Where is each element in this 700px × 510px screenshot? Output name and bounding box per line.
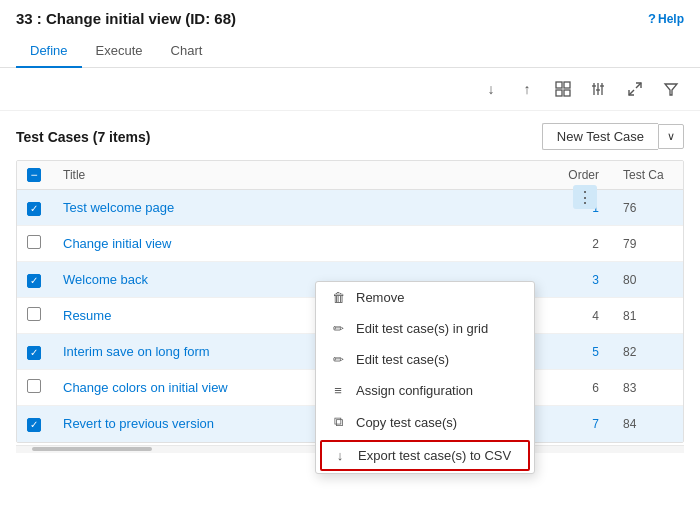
new-test-case-group: New Test Case ∨ [542,123,684,150]
grid-icon[interactable] [550,76,576,102]
page-title: 33 : Change initial view (ID: 68) [16,10,236,27]
export-csv-icon: ↓ [332,448,348,463]
row-title[interactable]: Test welcome page⋮ [53,190,553,226]
assign-icon: ≡ [330,383,346,398]
row-testca: 80 [613,262,683,298]
svg-rect-3 [564,90,570,96]
row-order: 6 [553,370,613,406]
table-row: Change initial view279 [17,226,683,262]
th-check [17,161,53,190]
remove-icon: 🗑 [330,290,346,305]
edit-grid-icon: ✏ [330,321,346,336]
section-header: Test Cases (7 items) New Test Case ∨ [16,123,684,150]
row-order: 3 [553,262,613,298]
menu-item-label: Edit test case(s) [356,352,449,367]
menu-item-edit-grid[interactable]: ✏Edit test case(s) in grid [316,313,534,344]
edit-columns-icon[interactable] [586,76,612,102]
menu-item-label: Remove [356,290,404,305]
header: 33 : Change initial view (ID: 68) ? Help… [0,0,700,68]
select-all-checkbox[interactable] [27,168,41,182]
row-title[interactable]: Change initial view [53,226,553,262]
scroll-thumb[interactable] [32,447,152,451]
page-title-bar: 33 : Change initial view (ID: 68) ? Help [16,10,684,27]
download-icon[interactable]: ↓ [478,76,504,102]
tab-define[interactable]: Define [16,35,82,68]
menu-item-label: Export test case(s) to CSV [358,448,511,463]
row-checkbox[interactable] [27,307,41,321]
row-checkbox[interactable] [27,274,41,288]
menu-item-assign[interactable]: ≡Assign configuration [316,375,534,406]
row-checkbox[interactable] [27,418,41,432]
content-area: Test Cases (7 items) New Test Case ∨ Tit… [0,111,700,465]
th-testca: Test Ca [613,161,683,190]
svg-line-10 [636,83,641,88]
menu-item-copy[interactable]: ⧉Copy test case(s) [316,406,534,438]
edit-icon: ✏ [330,352,346,367]
menu-item-label: Copy test case(s) [356,415,457,430]
expand-icon[interactable] [622,76,648,102]
row-order: 4 [553,298,613,334]
tab-execute[interactable]: Execute [82,35,157,68]
row-checkbox[interactable] [27,346,41,360]
svg-marker-12 [665,84,677,95]
context-menu: 🗑Remove✏Edit test case(s) in grid✏Edit t… [315,281,535,474]
svg-rect-2 [556,90,562,96]
row-testca: 84 [613,406,683,442]
table-row: Test welcome page⋮176 [17,190,683,226]
svg-rect-0 [556,82,562,88]
toolbar: ↓ ↑ [0,68,700,111]
row-testca: 81 [613,298,683,334]
upload-icon[interactable]: ↑ [514,76,540,102]
row-checkbox[interactable] [27,379,41,393]
row-testca: 82 [613,334,683,370]
new-test-case-dropdown-button[interactable]: ∨ [658,124,684,149]
menu-item-label: Edit test case(s) in grid [356,321,488,336]
menu-item-export-csv[interactable]: ↓Export test case(s) to CSV [320,440,530,471]
row-checkbox[interactable] [27,235,41,249]
svg-rect-1 [564,82,570,88]
row-order: 7 [553,406,613,442]
row-order: 2 [553,226,613,262]
menu-item-label: Assign configuration [356,383,473,398]
filter-icon[interactable] [658,76,684,102]
menu-item-edit[interactable]: ✏Edit test case(s) [316,344,534,375]
row-testca: 79 [613,226,683,262]
help-link[interactable]: ? Help [648,11,684,26]
row-order: 5 [553,334,613,370]
svg-line-11 [629,90,634,95]
row-actions-button[interactable]: ⋮ [573,185,597,209]
tab-chart[interactable]: Chart [157,35,217,68]
tab-bar: Define Execute Chart [16,35,684,67]
row-checkbox[interactable] [27,202,41,216]
section-title: Test Cases (7 items) [16,129,150,145]
help-circle-icon: ? [648,11,656,26]
row-testca: 83 [613,370,683,406]
row-testca: 76 [613,190,683,226]
menu-item-remove[interactable]: 🗑Remove [316,282,534,313]
th-title: Title [53,161,553,190]
new-test-case-button[interactable]: New Test Case [542,123,658,150]
copy-icon: ⧉ [330,414,346,430]
